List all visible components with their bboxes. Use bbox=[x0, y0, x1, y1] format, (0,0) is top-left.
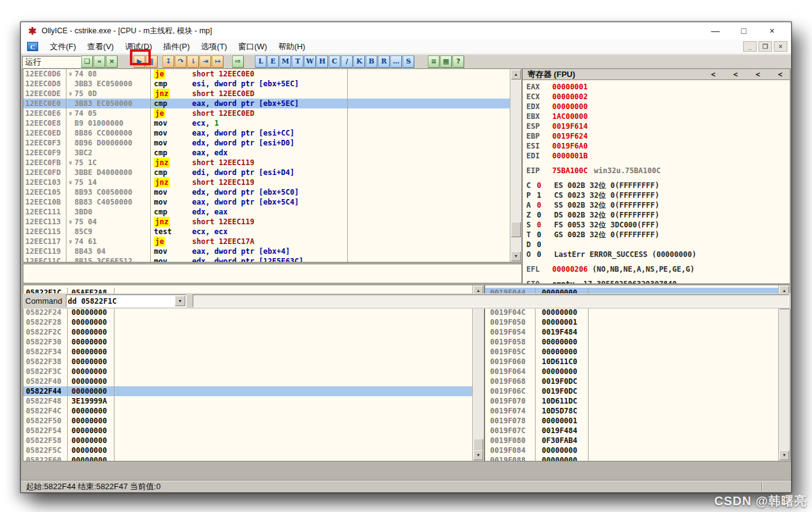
stack-row[interactable]: 0019F0540019F484 bbox=[485, 327, 778, 337]
disassembly-scrollbar[interactable]: ▲ ▼ bbox=[510, 69, 521, 262]
menu-item-2[interactable]: 调试(D) bbox=[119, 40, 158, 54]
view-executables-button[interactable]: E bbox=[267, 55, 279, 68]
chevron-down-icon[interactable]: ▼ bbox=[175, 296, 185, 306]
flag-row[interactable]: Z0DS 002B 32位 0(FFFFFFFF) bbox=[526, 210, 790, 220]
view-log-button[interactable]: L bbox=[255, 55, 267, 68]
register-row[interactable]: EBP0019F624 bbox=[526, 131, 790, 141]
view-breakpoints-button[interactable]: B bbox=[366, 55, 377, 68]
dump-row[interactable]: 05822F3400000000 bbox=[23, 347, 472, 357]
disasm-row[interactable]: 12EEC0E03B83 EC050000cmpeax, dword ptr [… bbox=[23, 99, 510, 108]
flag-row[interactable]: P1CS 0023 32位 0(FFFFFFFF) bbox=[526, 190, 790, 200]
minimize-button[interactable]: — bbox=[701, 26, 730, 36]
step-over-button[interactable]: ↷ bbox=[175, 55, 187, 68]
menu-item-0[interactable]: 文件(F) bbox=[44, 40, 82, 54]
st0-row[interactable]: ST0empty -17.395502506329307840 bbox=[526, 279, 790, 284]
disasm-row[interactable]: 12EEC0D83BB3 EC050000cmpesi, dword ptr [… bbox=[23, 79, 510, 89]
stack-row[interactable]: 0019F07C0019F484 bbox=[485, 426, 778, 436]
stack-row[interactable]: 0019F07800000001 bbox=[485, 416, 778, 426]
run-button[interactable]: ▶ bbox=[134, 55, 145, 68]
collapse-pane-icon[interactable]: < bbox=[733, 70, 738, 79]
disasm-row[interactable]: 12EEC0FB∨75 1Cjnzshort 12EEC119 bbox=[23, 158, 510, 168]
command-combobox[interactable]: ▼ bbox=[66, 295, 187, 307]
disasm-row[interactable]: 12EEC0E8B9 01000000movecx, 1 bbox=[23, 118, 510, 128]
dump-row[interactable]: 05822F5C00000000 bbox=[23, 445, 472, 455]
view-threads-button[interactable]: T bbox=[292, 55, 303, 68]
stack-scrollbar[interactable]: ▲ ▼ bbox=[778, 285, 790, 461]
pause-button[interactable]: ‖ bbox=[146, 55, 158, 68]
disasm-row[interactable]: 12EEC1198B43 04moveax, dword ptr [ebx+4] bbox=[23, 246, 510, 256]
dump-row[interactable]: 05822F3800000000 bbox=[23, 357, 472, 367]
view-run-trace-button[interactable]: … bbox=[390, 55, 402, 68]
execute-till-return-button[interactable]: ↦ bbox=[212, 55, 223, 68]
view-patches-button[interactable]: / bbox=[341, 55, 353, 68]
register-row[interactable]: EIP75BA100Cwin32u.75BA100C bbox=[526, 166, 790, 176]
stack-row[interactable]: 0019F07010D611DC bbox=[485, 396, 778, 406]
mdi-close-button[interactable]: × bbox=[774, 41, 787, 52]
collapse-pane-icon[interactable]: < bbox=[778, 70, 782, 79]
disasm-row[interactable]: 12EEC11C8B15 3CE6E512movedx, dword ptr [… bbox=[23, 256, 510, 262]
register-row[interactable]: EAX00000001 bbox=[526, 82, 790, 92]
view-cpu-button[interactable]: C bbox=[329, 55, 340, 68]
view-call-stack-button[interactable]: K bbox=[353, 55, 365, 68]
view-windows-button[interactable]: W bbox=[304, 55, 316, 68]
maximize-button[interactable]: □ bbox=[730, 26, 758, 36]
scroll-down-icon[interactable]: ▼ bbox=[779, 450, 789, 460]
restart-button[interactable]: « bbox=[94, 55, 105, 68]
disasm-row[interactable]: 12EEC0FD3BBE D4000000cmpedi, dword ptr [… bbox=[23, 168, 510, 177]
register-row[interactable]: EBX1AC00000 bbox=[526, 112, 790, 121]
register-row[interactable]: ESP0019F614 bbox=[526, 121, 790, 131]
dump-row[interactable]: 05822F4000000000 bbox=[23, 376, 472, 386]
eflags-row[interactable]: EFL00000206 (NO,NB,NE,A,NS,PE,GE,G) bbox=[526, 264, 790, 274]
dump-row[interactable]: 05822F483E19999A bbox=[23, 396, 472, 406]
stack-row[interactable]: 0019F06400000000 bbox=[485, 367, 778, 376]
scroll-up-icon[interactable]: ▲ bbox=[511, 70, 521, 79]
stack-row[interactable]: 0019F0800F30FAB4 bbox=[485, 436, 778, 445]
disasm-row[interactable]: 12EEC0F93BC2cmpeax, edx bbox=[23, 148, 510, 158]
dump-row[interactable]: 05822F5800000000 bbox=[23, 436, 472, 445]
dump-row[interactable]: 05822F2800000000 bbox=[23, 317, 472, 327]
flag-row[interactable]: D0 bbox=[526, 240, 790, 250]
disasm-row[interactable]: 12EEC0DE∨75 0Djnzshort 12EEC0ED bbox=[23, 89, 510, 99]
collapse-pane-icon[interactable]: < bbox=[711, 70, 715, 79]
menu-item-6[interactable]: 帮助(H) bbox=[273, 40, 311, 54]
scrollbar-thumb[interactable] bbox=[473, 439, 483, 452]
disasm-row[interactable]: 12EEC0E6∨74 05jeshort 12EEC0ED bbox=[23, 108, 510, 118]
view-source-button[interactable]: S bbox=[403, 55, 414, 68]
close-button[interactable]: × bbox=[758, 26, 786, 36]
menu-item-1[interactable]: 查看(V) bbox=[82, 40, 119, 54]
stack-row[interactable]: 0019F06C0019F0DC bbox=[485, 386, 778, 396]
view-references-button[interactable]: R bbox=[378, 55, 390, 68]
register-row[interactable]: EDI0000001B bbox=[526, 151, 790, 161]
debug-options-button[interactable]: ≡ bbox=[428, 55, 440, 68]
flag-row[interactable]: S0FS 0053 32位 3DC000(FFF) bbox=[526, 220, 790, 230]
open-file-button[interactable]: ❏ bbox=[81, 55, 93, 68]
stack-row[interactable]: 0019F05000000001 bbox=[485, 317, 778, 327]
help-button[interactable]: ? bbox=[452, 55, 464, 68]
dump-row[interactable]: 05822F3C00000000 bbox=[23, 367, 472, 376]
dump-row[interactable]: 05822F4C00000000 bbox=[23, 406, 472, 416]
mdi-minimize-button[interactable]: _ bbox=[743, 41, 757, 52]
command-input[interactable] bbox=[68, 296, 174, 306]
dump-row[interactable]: 05822F3000000000 bbox=[23, 337, 472, 347]
disasm-row[interactable]: 12EEC0F38B96 D0000000movedx, dword ptr [… bbox=[23, 138, 510, 148]
disasm-row[interactable]: 12EEC113∨75 04jnzshort 12EEC119 bbox=[23, 217, 510, 227]
appearance-button[interactable]: ▦ bbox=[440, 55, 452, 68]
close-program-button[interactable]: × bbox=[106, 55, 118, 68]
flag-row[interactable]: A0SS 002B 32位 0(FFFFFFFF) bbox=[526, 200, 790, 210]
stack-row[interactable]: 0019F08400000000 bbox=[485, 445, 778, 455]
disasm-row[interactable]: 12EEC1113BD0cmpedx, eax bbox=[23, 207, 510, 217]
flag-row[interactable]: C0ES 002B 32位 0(FFFFFFFF) bbox=[526, 181, 790, 190]
dump-row[interactable]: 05822F6000000000 bbox=[23, 455, 472, 461]
register-row[interactable]: ESI0019F6A0 bbox=[526, 141, 790, 151]
mdi-restore-button[interactable]: ❐ bbox=[758, 41, 772, 52]
collapse-pane-icon[interactable]: < bbox=[756, 70, 760, 79]
register-row[interactable]: EDX00000000 bbox=[526, 102, 790, 112]
animate-over-button[interactable]: ⇥ bbox=[199, 55, 211, 68]
dump-row[interactable]: 05822F4400000000 bbox=[23, 386, 472, 396]
go-to-address-button[interactable]: ⇨ bbox=[232, 55, 244, 68]
dump-scrollbar[interactable]: ▲ ▼ bbox=[472, 285, 484, 461]
stack-row[interactable]: 0019F05C00000000 bbox=[485, 347, 778, 357]
flag-row[interactable]: O0LastErr ERROR_SUCCESS (00000000) bbox=[526, 250, 790, 259]
menu-item-5[interactable]: 窗口(W) bbox=[233, 40, 273, 54]
stack-row[interactable]: 0019F05800000000 bbox=[485, 337, 778, 347]
